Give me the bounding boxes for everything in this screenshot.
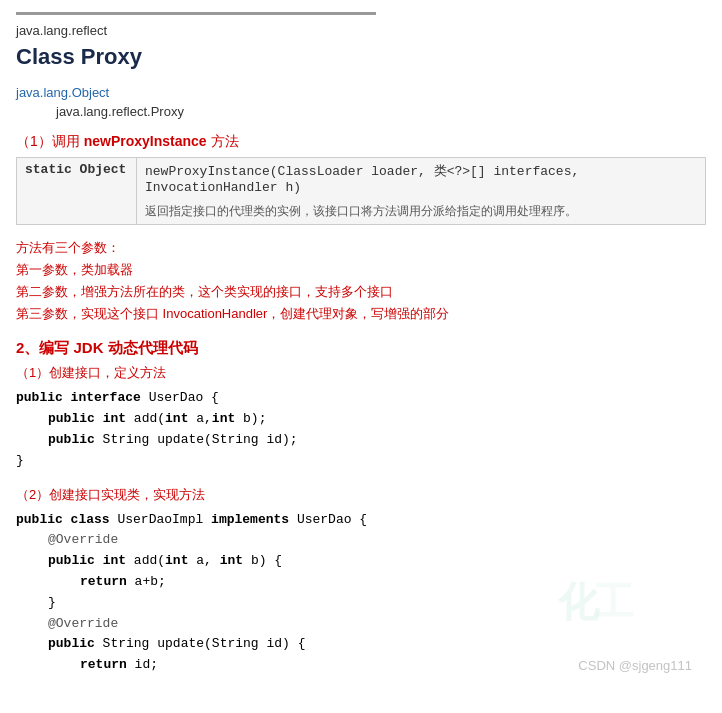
class-title: Class Proxy <box>16 44 706 70</box>
param-1: 第一参数，类加载器 <box>16 259 706 281</box>
subsection2-title: （2）创建接口实现类，实现方法 <box>16 486 706 504</box>
params-block: 方法有三个参数： 第一参数，类加载器 第二参数，增强方法所在的类，这个类实现的接… <box>16 237 706 325</box>
code-block-1: public interface UserDao { public int ad… <box>16 388 706 471</box>
package-name: java.lang.reflect <box>16 23 706 38</box>
method-row: static Object newProxyInstance(ClassLoad… <box>17 158 706 200</box>
section1-prefix: （1）调用 <box>16 133 84 149</box>
code-line-5: public class UserDaoImpl implements User… <box>16 510 706 531</box>
method-signature: newProxyInstance(ClassLoader loader, 类<?… <box>137 158 706 200</box>
code-line-11: public String update(String id) { <box>48 634 706 655</box>
param-3: 第三参数，实现这个接口 InvocationHandler，创建代理对象，写增强… <box>16 303 706 325</box>
code-line-4: } <box>16 451 706 472</box>
code-line-1: public interface UserDao { <box>16 388 706 409</box>
section1-title: （1）调用 newProxyInstance 方法 <box>16 133 706 151</box>
top-border <box>16 12 376 15</box>
svg-text:工: 工 <box>593 579 634 625</box>
inheritance-parent: java.lang.Object <box>16 84 706 100</box>
subsection1-title: （1）创建接口，定义方法 <box>16 364 706 382</box>
param-header: 方法有三个参数： <box>16 237 706 259</box>
method-table: static Object newProxyInstance(ClassLoad… <box>16 157 706 225</box>
code-line-3: public String update(String id); <box>48 430 706 451</box>
watermark-logo: 化 工 <box>552 573 642 633</box>
parent-link[interactable]: java.lang.Object <box>16 85 109 100</box>
code-line-7: public int add(int a, int b) { <box>48 551 706 572</box>
section1-highlight: newProxyInstance <box>84 133 207 149</box>
code-line-6: @Override <box>48 530 706 551</box>
section2-title: 2、编写 JDK 动态代理代码 <box>16 339 706 358</box>
method-description: 返回指定接口的代理类的实例，该接口口将方法调用分派给指定的调用处理程序。 <box>137 199 706 225</box>
method-modifier: static Object <box>17 158 137 225</box>
param-2: 第二参数，增强方法所在的类，这个类实现的接口，支持多个接口 <box>16 281 706 303</box>
watermark: CSDN @sjgeng111 <box>578 658 692 673</box>
section1-suffix: 方法 <box>207 133 239 149</box>
inheritance-current: java.lang.reflect.Proxy <box>56 104 706 119</box>
code-line-2: public int add(int a,int b); <box>48 409 706 430</box>
